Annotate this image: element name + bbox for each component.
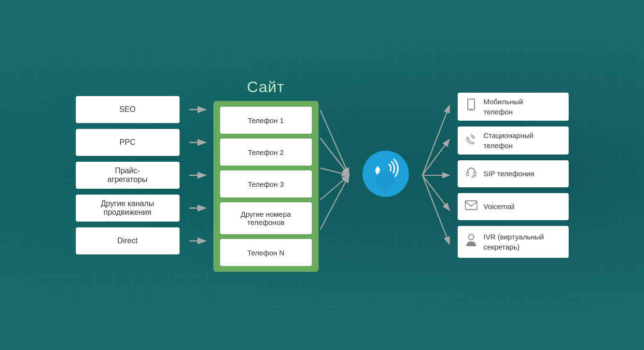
- phone-icon: [464, 133, 478, 148]
- svg-point-22: [471, 176, 473, 178]
- arrow-direct: [187, 227, 210, 254]
- dest-ivr: IVR (виртуальный секретарь): [458, 226, 569, 258]
- headset-icon: [464, 166, 478, 182]
- source-direct: Direct: [76, 227, 180, 254]
- svg-rect-23: [465, 201, 477, 210]
- arrow-other: [187, 195, 210, 222]
- left-arrows: [187, 96, 210, 254]
- email-icon: [464, 200, 478, 213]
- phone-1: Телефон 1: [220, 107, 312, 134]
- svg-line-12: [422, 105, 449, 175]
- phone-3: Телефон 3: [220, 170, 312, 197]
- arrow-other-svg: [187, 195, 210, 222]
- calltracking-icon-container: [359, 149, 412, 202]
- svg-rect-17: [468, 98, 475, 110]
- fan-right-svg: [419, 71, 453, 279]
- dest-mobile: Мобильный телефон: [458, 93, 569, 121]
- arrow-price: [187, 162, 210, 189]
- fan-left-svg: [319, 74, 352, 277]
- phone-2: Телефон 2: [220, 139, 312, 166]
- svg-line-13: [422, 139, 449, 175]
- phones-container: Телефон 1 Телефон 2 Телефон 3 Другие ном…: [213, 101, 319, 272]
- sources-column: SEO PPC Прайс- агрегаторы Другие каналы …: [76, 96, 180, 254]
- arrow-ppc-svg: [187, 129, 210, 156]
- source-other-channels: Другие каналы продвижения: [76, 195, 180, 222]
- source-price: Прайс- агрегаторы: [76, 162, 180, 189]
- svg-rect-18: [470, 109, 473, 110]
- dest-landline: Стационарный телефон: [458, 126, 569, 154]
- phone-other: Другие номера телефонов: [220, 202, 312, 234]
- arrow-price-svg: [187, 162, 210, 189]
- arrow-ppc: [187, 129, 210, 156]
- svg-rect-19: [469, 99, 473, 100]
- source-seo: SEO: [76, 96, 180, 123]
- arrow-seo-svg: [187, 96, 210, 123]
- svg-line-16: [422, 175, 449, 244]
- svg-point-24: [468, 234, 474, 239]
- fan-arrows-right: [419, 84, 453, 267]
- site-title: Сайт: [247, 78, 285, 96]
- fan-arrows-left: [319, 91, 352, 260]
- destinations-column: Мобильный телефон Стационарный телефон: [458, 93, 569, 258]
- dest-sip: SIP телефония: [458, 160, 569, 187]
- svg-line-5: [320, 110, 349, 175]
- phone-n: Телефон N: [220, 239, 312, 266]
- arrow-direct-svg: [187, 227, 210, 254]
- calltracking-logo: [359, 149, 412, 202]
- mobile-icon: [464, 98, 478, 115]
- svg-line-15: [422, 175, 449, 210]
- dest-voicemail: Voicemail: [458, 193, 569, 220]
- person-icon: [464, 234, 478, 250]
- svg-line-8: [320, 175, 349, 200]
- arrow-seo: [187, 96, 210, 123]
- source-ppc: PPC: [76, 129, 180, 156]
- svg-rect-20: [466, 172, 469, 176]
- svg-line-9: [320, 175, 349, 229]
- diagram: SEO PPC Прайс- агрегаторы Другие каналы …: [0, 0, 644, 350]
- svg-rect-21: [474, 172, 476, 176]
- center-column: Сайт Телефон 1 Телефон 2 Телефон 3 Други…: [213, 78, 319, 272]
